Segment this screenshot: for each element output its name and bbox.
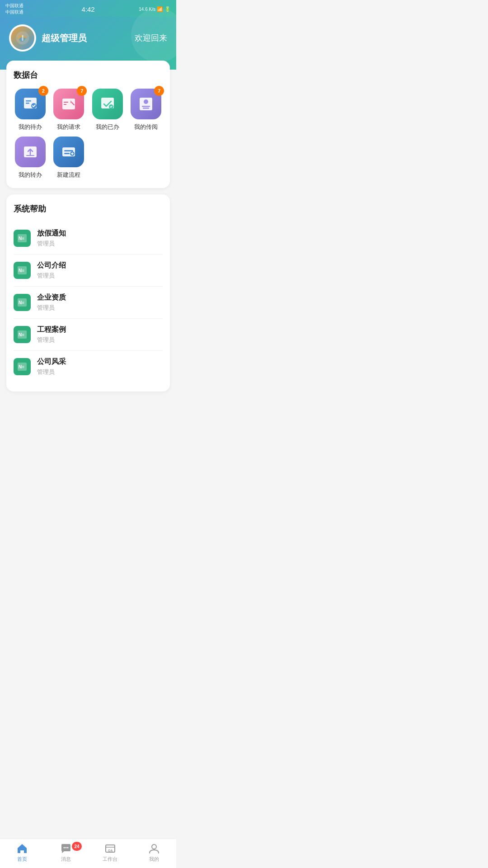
pending-item[interactable]: 2 我的待办 [14,89,47,131]
help-icon-culture: N≡ [14,358,31,375]
main-content: 数据台 2 我的待办 [0,61,176,436]
help-item-intro[interactable]: N≡ 公司介绍 管理员 [14,255,163,287]
qualify-title: 企业资质 [37,293,66,302]
help-item-holiday[interactable]: N≡ 放假通知 管理员 [14,222,163,255]
culture-title: 公司风采 [37,357,66,367]
carrier-info: 中国联通 中国联通 [5,3,23,15]
project-sub: 管理员 [37,336,66,344]
data-grid-row2: 我的转办 新建流程 [14,137,163,179]
help-item-qualify[interactable]: N≡ 企业资质 管理员 [14,287,163,319]
transfer-item[interactable]: 我的转办 [14,137,47,179]
user-info: 超级管理员 [9,24,87,52]
svg-rect-1 [22,35,23,41]
svg-rect-16 [64,153,70,154]
intro-title: 公司介绍 [37,261,66,270]
help-item-project[interactable]: N≡ 工程案例 管理员 [14,319,163,351]
qualify-sub: 管理员 [37,304,66,312]
svg-rect-15 [64,150,73,151]
circulate-label: 我的传阅 [134,123,158,131]
intro-sub: 管理员 [37,272,66,280]
request-item[interactable]: 7 我的请求 [52,89,86,131]
help-section-title: 系统帮助 [14,203,163,214]
help-icon-qualify: N≡ [14,294,31,311]
svg-text:N≡: N≡ [19,268,24,273]
help-text-project: 工程案例 管理员 [37,325,66,344]
username: 超级管理员 [42,32,87,44]
circulate-item[interactable]: 7 我的传阅 [130,89,163,131]
help-text-qualify: 企业资质 管理员 [37,293,66,312]
help-card: 系统帮助 N≡ 放假通知 管理员 N≡ [6,194,170,392]
welcome-text: 欢迎回来 [135,33,167,43]
done-item[interactable]: 我的已办 [91,89,124,131]
svg-point-10 [144,99,148,104]
avatar[interactable] [9,24,36,52]
done-icon-box [92,89,123,119]
circulate-badge: 7 [154,86,164,96]
help-icon-intro: N≡ [14,262,31,279]
pending-icon-box: 2 [15,89,46,119]
help-icon-project: N≡ [14,326,31,343]
help-list: N≡ 放假通知 管理员 N≡ 公司介绍 管理员 [14,222,163,382]
request-icon-box: 7 [53,89,84,119]
new-flow-icon-box [53,137,84,167]
transfer-icon-box [15,137,46,167]
svg-rect-12 [143,108,149,109]
new-flow-item[interactable]: 新建流程 [52,137,86,179]
holiday-title: 放假通知 [37,229,66,238]
help-item-culture[interactable]: N≡ 公司风采 管理员 [14,351,163,382]
svg-text:N≡: N≡ [19,300,24,305]
time-display: 4:42 [81,5,94,13]
culture-sub: 管理员 [37,368,66,376]
help-text-intro: 公司介绍 管理员 [37,261,66,280]
circulate-icon-box: 7 [131,89,161,119]
request-label: 我的请求 [57,123,80,131]
new-flow-label: 新建流程 [57,171,80,179]
data-section-title: 数据台 [14,70,163,80]
svg-text:N≡: N≡ [19,364,24,369]
help-icon-holiday: N≡ [14,230,31,247]
svg-text:N≡: N≡ [19,332,24,337]
request-badge: 7 [77,86,87,96]
data-grid-row1: 2 我的待办 7 [14,89,163,131]
svg-text:N≡: N≡ [19,236,24,241]
svg-rect-4 [26,103,29,104]
done-label: 我的已办 [96,123,119,131]
svg-rect-11 [142,106,150,107]
holiday-sub: 管理员 [37,240,66,248]
help-text-holiday: 放假通知 管理员 [37,229,66,248]
data-dashboard-card: 数据台 2 我的待办 [6,61,170,188]
project-title: 工程案例 [37,325,66,335]
svg-rect-3 [26,100,31,102]
help-text-culture: 公司风采 管理员 [37,357,66,376]
pending-label: 我的待办 [19,123,42,131]
pending-badge: 2 [38,86,48,96]
transfer-label: 我的转办 [19,171,42,179]
